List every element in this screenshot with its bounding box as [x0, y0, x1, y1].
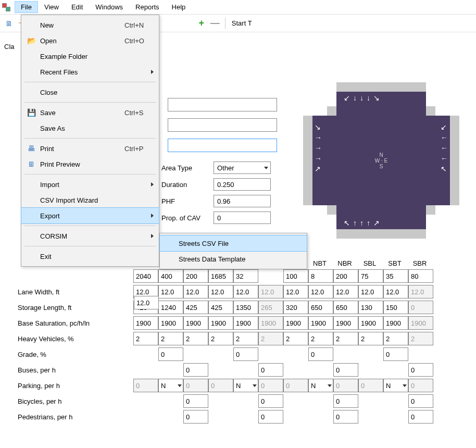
parking-direction-combo[interactable]: N: [233, 379, 258, 392]
data-cell[interactable]: [233, 316, 258, 330]
data-cell[interactable]: [308, 316, 333, 330]
data-cell[interactable]: [233, 269, 258, 283]
area-type-combo[interactable]: Other: [214, 161, 271, 174]
data-cell[interactable]: [208, 285, 233, 298]
menu-print[interactable]: 🖶 Print Ctrl+P: [21, 141, 159, 156]
prop-cav-input[interactable]: [214, 211, 271, 224]
menu-corsim[interactable]: CORSIM: [21, 228, 159, 244]
phf-input[interactable]: [214, 195, 271, 207]
data-cell[interactable]: [208, 269, 233, 283]
parking-direction-combo[interactable]: N: [308, 379, 333, 392]
data-cell[interactable]: [333, 363, 358, 377]
data-cell[interactable]: [183, 285, 208, 298]
data-cell[interactable]: [408, 410, 433, 424]
data-cell[interactable]: [383, 347, 408, 361]
data-cell[interactable]: [258, 394, 283, 408]
data-cell[interactable]: [133, 269, 158, 283]
data-cell[interactable]: [308, 301, 333, 314]
text-field-1[interactable]: [168, 98, 277, 111]
data-cell[interactable]: [183, 394, 208, 408]
data-cell[interactable]: [283, 285, 308, 298]
data-cell[interactable]: [333, 332, 358, 345]
data-cell[interactable]: [283, 301, 308, 314]
data-cell[interactable]: [183, 269, 208, 283]
data-cell[interactable]: [333, 394, 358, 408]
data-cell[interactable]: [183, 332, 208, 345]
parking-direction-combo[interactable]: N: [158, 379, 183, 392]
menu-close[interactable]: Close: [21, 84, 159, 100]
menu-exit[interactable]: Exit: [21, 248, 159, 264]
data-cell[interactable]: [283, 316, 308, 330]
menu-print-preview[interactable]: 🗏 Print Preview: [21, 156, 159, 172]
submenu-streets-template[interactable]: Streets Data Template: [160, 251, 307, 267]
data-cell[interactable]: [333, 410, 358, 424]
menu-edit[interactable]: Edit: [65, 1, 89, 13]
data-cell[interactable]: [383, 301, 408, 314]
menu-windows[interactable]: Windows: [89, 1, 129, 13]
data-cell[interactable]: [383, 285, 408, 298]
menu-recent-files[interactable]: Recent Files: [21, 64, 159, 80]
data-cell[interactable]: [358, 332, 383, 345]
menu-import[interactable]: Import: [21, 177, 159, 192]
menu-view[interactable]: View: [38, 1, 65, 13]
data-cell[interactable]: [383, 332, 408, 345]
menu-csv-import-wizard[interactable]: CSV Import Wizard: [21, 192, 159, 208]
data-cell[interactable]: [308, 269, 333, 283]
data-cell[interactable]: [158, 301, 183, 314]
text-field-3[interactable]: [168, 139, 277, 152]
data-cell[interactable]: [333, 316, 358, 330]
data-cell[interactable]: [133, 332, 158, 345]
data-cell[interactable]: [283, 269, 308, 283]
data-cell[interactable]: [258, 363, 283, 377]
menu-save-as[interactable]: Save As: [21, 120, 159, 136]
data-cell[interactable]: [308, 285, 333, 298]
menu-help[interactable]: Help: [166, 1, 192, 13]
data-cell[interactable]: [208, 332, 233, 345]
data-cell[interactable]: [308, 332, 333, 345]
data-cell[interactable]: [183, 410, 208, 424]
data-cell[interactable]: [208, 316, 233, 330]
data-cell[interactable]: [233, 347, 258, 361]
data-cell[interactable]: [258, 410, 283, 424]
data-cell[interactable]: [158, 347, 183, 361]
data-cell[interactable]: [358, 285, 383, 298]
data-cell[interactable]: [333, 301, 358, 314]
data-cell[interactable]: [333, 269, 358, 283]
data-cell[interactable]: [233, 285, 258, 298]
menu-new[interactable]: New Ctrl+N: [21, 17, 159, 33]
data-cell[interactable]: [233, 332, 258, 345]
menu-open[interactable]: 📂 Open Ctrl+O: [21, 33, 159, 48]
text-field-2[interactable]: [168, 118, 277, 132]
new-file-icon[interactable]: 🗎: [3, 18, 15, 29]
data-cell[interactable]: [383, 316, 408, 330]
duration-input[interactable]: [214, 178, 271, 191]
data-cell[interactable]: [383, 269, 408, 283]
data-cell[interactable]: [208, 301, 233, 314]
submenu-streets-csv[interactable]: Streets CSV File: [159, 235, 307, 252]
data-cell[interactable]: [358, 301, 383, 314]
data-cell[interactable]: [158, 285, 183, 298]
data-cell[interactable]: [408, 269, 433, 283]
menu-export[interactable]: Export: [21, 207, 159, 224]
start-button[interactable]: Start T: [232, 19, 252, 27]
data-cell[interactable]: [358, 269, 383, 283]
data-cell[interactable]: [308, 347, 333, 361]
menu-file[interactable]: File: [15, 1, 38, 13]
data-cell[interactable]: [333, 285, 358, 298]
data-cell[interactable]: [358, 316, 383, 330]
data-cell[interactable]: [408, 394, 433, 408]
data-cell[interactable]: [408, 363, 433, 377]
remove-intersection-button[interactable]: —: [209, 18, 221, 29]
data-cell[interactable]: [158, 269, 183, 283]
data-cell[interactable]: [158, 316, 183, 330]
data-cell[interactable]: [183, 363, 208, 377]
menu-reports[interactable]: Reports: [129, 1, 166, 13]
data-cell[interactable]: [283, 332, 308, 345]
data-cell[interactable]: [158, 332, 183, 345]
menu-save[interactable]: 💾 Save Ctrl+S: [21, 105, 159, 120]
data-cell[interactable]: [183, 316, 208, 330]
menu-example-folder[interactable]: Example Folder: [21, 48, 159, 64]
data-cell[interactable]: [183, 301, 208, 314]
data-cell[interactable]: [133, 316, 158, 330]
lane-width-precol[interactable]: [134, 296, 159, 309]
